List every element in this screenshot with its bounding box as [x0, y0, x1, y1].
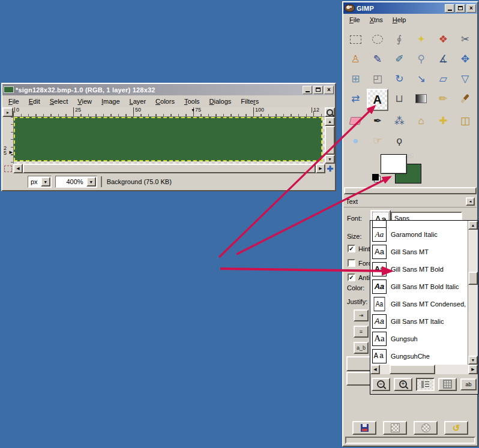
- tool-flip[interactable]: ⇄: [345, 89, 367, 109]
- minimize-button[interactable]: [303, 86, 312, 94]
- scroll-right-button[interactable]: ▶: [316, 164, 325, 173]
- dock-collapse-button[interactable]: ◂: [466, 197, 475, 206]
- font-item[interactable]: AaGill Sans MT: [370, 243, 468, 260]
- quick-mask-toggle[interactable]: [2, 164, 13, 173]
- image-window-titlebar[interactable]: *sign128x32.bmp-1.0 (RGB, 1 layer) 128x3…: [2, 84, 335, 95]
- horizontal-scrollbar[interactable]: ◀ ▶: [13, 164, 325, 173]
- vertical-scroll-thumb[interactable]: [468, 272, 478, 285]
- tool-heal[interactable]: ✚: [432, 111, 454, 131]
- tool-airbrush[interactable]: ⁂: [388, 111, 411, 131]
- pan-navigation-icon[interactable]: ✚: [325, 164, 335, 173]
- tool-perspective[interactable]: ▽: [454, 69, 477, 89]
- horizontal-scroll-thumb[interactable]: [23, 164, 316, 173]
- tool-dodge-burn[interactable]: ϙ: [388, 131, 411, 151]
- dock-separator[interactable]: [344, 187, 477, 194]
- tool-paths[interactable]: ✎: [367, 49, 389, 69]
- tool-move[interactable]: ✥: [454, 49, 477, 69]
- char-picker-button[interactable]: ab: [460, 378, 477, 390]
- zoom-out-button[interactable]: −: [372, 378, 390, 391]
- menu-layer[interactable]: Layer: [125, 97, 151, 107]
- zoom-in-button[interactable]: +: [394, 378, 412, 391]
- popup-horizontal-scrollbar[interactable]: ◀ ▶: [370, 365, 478, 374]
- vertical-ruler[interactable]: 25 ▶: [2, 117, 14, 164]
- scroll-left-button[interactable]: ◀: [13, 164, 23, 173]
- checkbox-hint[interactable]: ✓Hint: [348, 245, 370, 252]
- menu-view[interactable]: View: [73, 97, 97, 107]
- scroll-right-button[interactable]: ▶: [468, 365, 478, 374]
- tool-measure[interactable]: ∡: [432, 49, 454, 69]
- tool-gradient[interactable]: [411, 89, 433, 109]
- menu-select[interactable]: Select: [45, 97, 73, 107]
- tool-pencil[interactable]: ✏: [432, 89, 454, 109]
- list-view-button[interactable]: [416, 378, 435, 391]
- checkbox-box[interactable]: ✓: [348, 245, 355, 252]
- tool-bucket-fill[interactable]: ⊔: [388, 89, 411, 109]
- zoom-dropdown-arrow[interactable]: ▼: [86, 177, 96, 187]
- horizontal-ruler[interactable]: 025507510012▼: [13, 107, 325, 117]
- tool-eraser[interactable]: [345, 111, 367, 131]
- delete-options-button[interactable]: [414, 421, 438, 435]
- menu-file[interactable]: File: [345, 15, 365, 25]
- menu-edit[interactable]: Edit: [24, 97, 45, 107]
- vertical-scroll-thumb[interactable]: [325, 126, 335, 155]
- reset-options-button[interactable]: ↺: [444, 421, 468, 435]
- foreground-color-swatch[interactable]: [381, 154, 407, 174]
- tool-fuzzy-select[interactable]: ✦: [411, 29, 433, 49]
- tool-crop[interactable]: ◰: [367, 69, 389, 89]
- font-item[interactable]: AaGaramond Italic: [370, 225, 468, 243]
- unit-dropdown-arrow[interactable]: ▼: [41, 177, 50, 187]
- menu-xtns[interactable]: Xtns: [365, 15, 388, 25]
- save-options-button[interactable]: [352, 421, 376, 435]
- menu-filters[interactable]: Filters: [236, 97, 264, 107]
- checkbox-anti[interactable]: ✓Anti: [348, 273, 370, 281]
- canvas[interactable]: [14, 117, 322, 161]
- menu-colors[interactable]: Colors: [151, 97, 179, 107]
- tool-ink[interactable]: ✒: [367, 111, 389, 131]
- tool-rotate[interactable]: ↻: [388, 69, 411, 89]
- font-item[interactable]: AaGill Sans MT Bold Italic: [370, 278, 468, 295]
- default-colors-icon[interactable]: [372, 174, 381, 182]
- checkbox-box[interactable]: [348, 259, 355, 267]
- tool-blur[interactable]: ●: [345, 131, 367, 151]
- menu-dialogs[interactable]: Dialogs: [205, 97, 236, 107]
- scroll-left-button[interactable]: ◀: [370, 365, 380, 374]
- toolbox-titlebar[interactable]: GIMP ×: [343, 2, 477, 14]
- line-spacing-button[interactable]: ≡: [354, 326, 369, 338]
- maximize-button[interactable]: [313, 86, 323, 94]
- popup-vertical-scrollbar[interactable]: ▲ ▼: [468, 221, 478, 365]
- checkbox-forc[interactable]: Forc: [348, 259, 372, 267]
- tool-scissors[interactable]: ✂: [454, 29, 477, 49]
- letter-spacing-button[interactable]: a_b: [354, 342, 369, 354]
- font-item[interactable]: AaGill Sans MT Italic: [370, 312, 468, 330]
- restore-options-button[interactable]: [383, 421, 407, 435]
- close-button[interactable]: ×: [466, 4, 476, 13]
- font-item[interactable]: AaGill Sans MT Condensed, C: [370, 295, 468, 312]
- scroll-up-button[interactable]: ▲: [468, 221, 478, 230]
- tool-clone[interactable]: ⌂: [411, 111, 433, 131]
- font-item[interactable]: AaGungsuh: [370, 330, 468, 347]
- scroll-down-button[interactable]: ▼: [468, 356, 478, 365]
- tool-align[interactable]: ⊞: [345, 69, 367, 89]
- tool-rect-select[interactable]: [345, 29, 367, 49]
- tool-zoom[interactable]: ⚲: [411, 49, 433, 69]
- tool-color-picker[interactable]: ✐: [388, 49, 411, 69]
- indent-button[interactable]: ⇥: [354, 309, 369, 321]
- scroll-down-button[interactable]: ▼: [325, 155, 335, 164]
- tool-foreground-select[interactable]: ♙: [345, 49, 367, 69]
- menu-help[interactable]: Help: [388, 15, 411, 25]
- close-button[interactable]: ×: [324, 86, 334, 94]
- vertical-scrollbar[interactable]: ▲ ▼: [325, 117, 335, 164]
- font-item[interactable]: AaGill Sans MT Bold: [370, 260, 468, 278]
- minimize-button[interactable]: [445, 4, 454, 13]
- ruler-corner-menu-button[interactable]: ▸: [2, 107, 13, 117]
- tool-paintbrush[interactable]: [454, 89, 477, 109]
- grid-view-button[interactable]: [438, 378, 457, 391]
- menu-tools[interactable]: Tools: [179, 97, 205, 107]
- menu-file[interactable]: File: [4, 97, 24, 107]
- tool-perspective-clone[interactable]: ◫: [454, 111, 477, 131]
- tool-scale[interactable]: ↘: [411, 69, 433, 89]
- tool-free-select[interactable]: ∮: [388, 29, 411, 49]
- font-item[interactable]: AaGungsuhChe: [370, 347, 468, 365]
- swap-colors-icon[interactable]: ⇄: [408, 152, 413, 159]
- tool-select-by-color[interactable]: ❖: [432, 29, 454, 49]
